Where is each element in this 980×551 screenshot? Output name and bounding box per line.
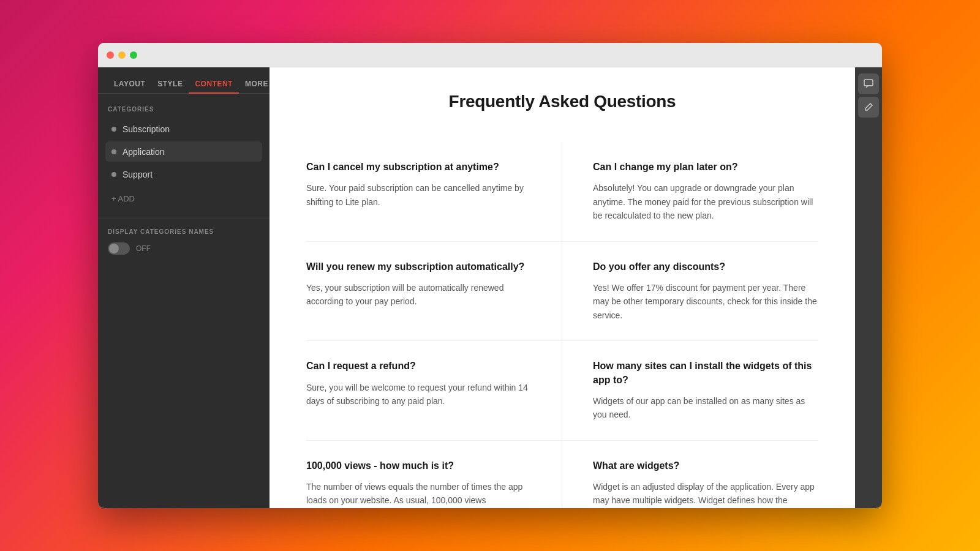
faq-item-4: Can I request a refund? Sure, you will b… bbox=[306, 341, 562, 441]
chat-icon bbox=[864, 79, 873, 89]
delete-category-subscription[interactable]: 🗑 bbox=[246, 124, 256, 134]
delete-category-application[interactable]: 🗑 bbox=[246, 146, 256, 157]
display-categories-label: DISPLAY CATEGORIES NAMES bbox=[108, 228, 260, 235]
chat-toolbar-button[interactable] bbox=[858, 73, 879, 94]
faq-question-0: Can I cancel my subscription at anytime? bbox=[306, 160, 531, 174]
faq-answer-5: Widgets of our app can be installed on a… bbox=[593, 394, 818, 422]
edit-icon bbox=[864, 102, 873, 112]
faq-answer-4: Sure, you will be welcome to request you… bbox=[306, 381, 531, 408]
copy-category-application[interactable]: ⧉ bbox=[234, 146, 242, 157]
faq-item-3: Do you offer any discounts? Yes! We offe… bbox=[562, 242, 818, 342]
faq-item-2: Will you renew my subscription automatic… bbox=[306, 242, 562, 342]
edit-toolbar-button[interactable] bbox=[858, 97, 879, 118]
faq-question-6: 100,000 views - how much is it? bbox=[306, 459, 531, 473]
browser-titlebar bbox=[98, 43, 882, 67]
faq-item-0: Can I cancel my subscription at anytime?… bbox=[306, 142, 562, 242]
main-content: Frequently Asked Questions Can I cancel … bbox=[270, 67, 855, 508]
minimize-button[interactable] bbox=[118, 51, 126, 59]
tab-content[interactable]: CONTENT bbox=[189, 75, 239, 93]
traffic-lights bbox=[107, 51, 137, 59]
faq-answer-3: Yes! We offer 17% discount for payment p… bbox=[593, 281, 818, 322]
toggle-off-label: OFF bbox=[136, 244, 151, 253]
display-categories-toggle[interactable] bbox=[108, 242, 130, 255]
category-color-dot-support bbox=[111, 172, 116, 177]
tab-style[interactable]: STYLE bbox=[151, 75, 189, 93]
faq-answer-0: Sure. Your paid subscription can be canc… bbox=[306, 181, 531, 209]
maximize-button[interactable] bbox=[130, 51, 137, 59]
delete-category-support[interactable]: 🗑 bbox=[246, 169, 256, 179]
faq-question-2: Will you renew my subscription automatic… bbox=[306, 260, 531, 274]
faq-item-7: What are widgets? Widget is an adjusted … bbox=[562, 441, 818, 508]
add-category-button[interactable]: + ADD bbox=[98, 189, 270, 208]
faq-question-4: Can I request a refund? bbox=[306, 359, 531, 373]
right-toolbar bbox=[855, 67, 882, 508]
faq-question-7: What are widgets? bbox=[593, 459, 818, 473]
toggle-row: OFF bbox=[108, 242, 260, 255]
sidebar-divider bbox=[98, 218, 270, 219]
sidebar: LAYOUT STYLE CONTENT MORE CATEGORIES Sub… bbox=[98, 67, 270, 508]
close-button[interactable] bbox=[107, 51, 114, 59]
category-name-application: Application bbox=[123, 147, 234, 157]
category-color-dot-application bbox=[111, 149, 116, 154]
faq-answer-6: The number of views equals the number of… bbox=[306, 480, 531, 508]
category-item-subscription[interactable]: Subscription ⧉ 🗑 bbox=[105, 119, 262, 139]
tab-layout[interactable]: LAYOUT bbox=[108, 75, 151, 93]
category-name-support: Support bbox=[123, 170, 234, 179]
copy-category-support[interactable]: ⧉ bbox=[234, 169, 242, 179]
category-color-dot bbox=[111, 127, 116, 132]
page-title: Frequently Asked Questions bbox=[306, 92, 818, 111]
browser-body: LAYOUT STYLE CONTENT MORE CATEGORIES Sub… bbox=[98, 67, 882, 508]
faq-item-5: How many sites can I install the widgets… bbox=[562, 341, 818, 441]
faq-answer-7: Widget is an adjusted display of the app… bbox=[593, 480, 818, 508]
browser-window: LAYOUT STYLE CONTENT MORE CATEGORIES Sub… bbox=[98, 43, 882, 508]
categories-label: CATEGORIES bbox=[98, 106, 270, 119]
tab-more[interactable]: MORE bbox=[239, 75, 270, 93]
svg-rect-0 bbox=[864, 80, 873, 86]
faq-grid: Can I cancel my subscription at anytime?… bbox=[306, 142, 818, 508]
copy-category-subscription[interactable]: ⧉ bbox=[234, 124, 242, 134]
faq-answer-1: Absolutely! You can upgrade or downgrade… bbox=[593, 181, 818, 222]
display-section: DISPLAY CATEGORIES NAMES OFF bbox=[98, 228, 270, 255]
faq-answer-2: Yes, your subscription will be automatic… bbox=[306, 281, 531, 309]
category-name-subscription: Subscription bbox=[123, 124, 234, 134]
category-item-application[interactable]: Application ⧉ 🗑 bbox=[105, 141, 262, 162]
faq-question-3: Do you offer any discounts? bbox=[593, 260, 818, 274]
faq-question-5: How many sites can I install the widgets… bbox=[593, 359, 818, 387]
sidebar-tabs: LAYOUT STYLE CONTENT MORE bbox=[98, 67, 270, 94]
category-list: Subscription ⧉ 🗑 Application ⧉ 🗑 bbox=[98, 119, 270, 184]
category-item-support[interactable]: Support ⧉ 🗑 bbox=[105, 164, 262, 184]
faq-question-1: Can I change my plan later on? bbox=[593, 160, 818, 174]
faq-item-6: 100,000 views - how much is it? The numb… bbox=[306, 441, 562, 508]
faq-item-1: Can I change my plan later on? Absolutel… bbox=[562, 142, 818, 242]
